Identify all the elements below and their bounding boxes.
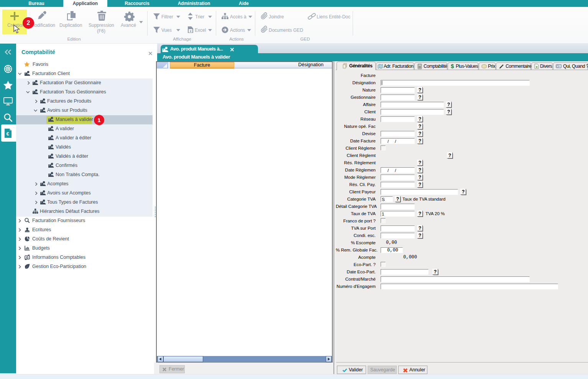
svg-text:€: € [6,131,9,137]
svg-text:x: x [190,29,192,33]
